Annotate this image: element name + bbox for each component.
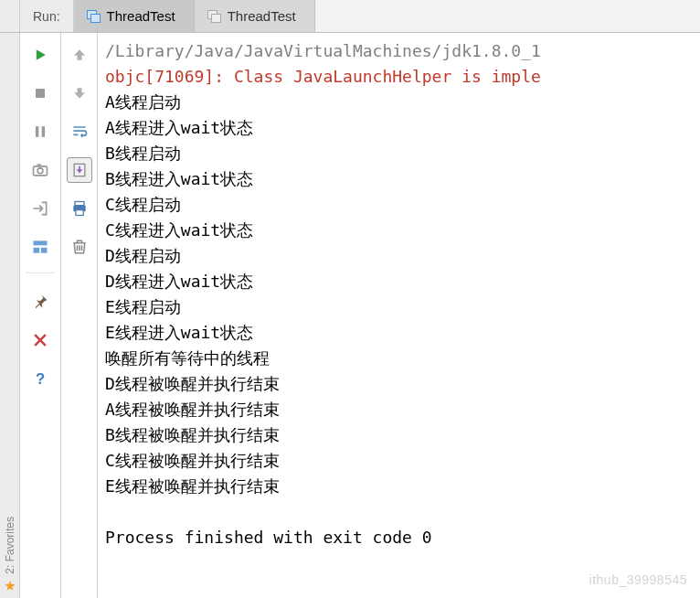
console-output[interactable]: /Library/Java/JavaVirtualMachines/jdk1.8…: [98, 33, 700, 598]
pin-button[interactable]: [27, 289, 53, 315]
console-line: D线程被唤醒并执行结束: [105, 371, 700, 397]
svg-rect-6: [34, 240, 48, 245]
svg-point-4: [37, 168, 43, 174]
console-line: E线程被唤醒并执行结束: [105, 474, 700, 499]
up-stack-button[interactable]: [67, 42, 92, 68]
main-area: 2: Favorites ?: [0, 33, 700, 598]
toolbar-separator: [27, 272, 55, 276]
left-edge-strip: [0, 0, 20, 32]
console-line: C线程启动: [105, 192, 700, 218]
run-toolbar-secondary: [61, 33, 98, 598]
print-button[interactable]: [67, 196, 92, 221]
layout-button[interactable]: [27, 234, 53, 260]
clear-all-button[interactable]: [67, 234, 92, 260]
console-line: [105, 499, 700, 525]
svg-text:?: ?: [36, 370, 45, 388]
console-line: D线程进入wait状态: [105, 269, 700, 294]
console-line: E线程启动: [105, 294, 700, 320]
run-toolbar-primary: ?: [20, 33, 61, 598]
tab-threadtest-inactive[interactable]: ThreadTest: [195, 0, 315, 32]
rerun-button[interactable]: [27, 42, 53, 68]
console-line: Process finished with exit code 0: [105, 525, 700, 550]
console-line: B线程被唤醒并执行结束: [105, 422, 700, 448]
run-config-icon: [207, 10, 220, 23]
left-edge-strip-2: 2: Favorites: [0, 33, 20, 598]
tab-label: ThreadTest: [228, 8, 296, 24]
console-line: E线程进入wait状态: [105, 320, 700, 346]
top-bar: Run: ThreadTest ThreadTest: [0, 0, 700, 33]
svg-rect-8: [41, 248, 48, 253]
watermark: ithub_39998545: [589, 572, 687, 587]
console-line: /Library/Java/JavaVirtualMachines/jdk1.8…: [105, 38, 700, 64]
svg-rect-11: [75, 202, 84, 206]
exit-button[interactable]: [27, 196, 53, 221]
svg-rect-0: [36, 89, 45, 98]
run-label: Run:: [20, 0, 74, 32]
dump-threads-button[interactable]: [27, 157, 53, 183]
stop-button[interactable]: [27, 80, 53, 106]
tab-threadtest-active[interactable]: ThreadTest: [74, 0, 195, 32]
console-line: 唤醒所有等待中的线程: [105, 346, 700, 371]
console-line: A线程进入wait状态: [105, 115, 700, 141]
svg-rect-1: [36, 126, 38, 137]
favorites-tool-window-stripe[interactable]: 2: Favorites: [0, 342, 20, 598]
tab-label: ThreadTest: [107, 8, 175, 24]
run-config-icon: [87, 10, 100, 23]
svg-rect-5: [37, 164, 41, 166]
favorites-label: 2: Favorites: [4, 517, 16, 574]
help-button[interactable]: ?: [27, 366, 53, 391]
scroll-to-end-button[interactable]: [67, 157, 92, 183]
console-line: B线程进入wait状态: [105, 166, 700, 192]
close-button[interactable]: [27, 327, 53, 353]
pause-button[interactable]: [27, 119, 53, 144]
console-line: D线程启动: [105, 243, 700, 269]
down-stack-button[interactable]: [67, 80, 92, 106]
console-line: B线程启动: [105, 141, 700, 166]
console-line: objc[71069]: Class JavaLaunchHelper is i…: [105, 64, 700, 90]
console-line: A线程启动: [105, 90, 700, 115]
console-line: C线程被唤醒并执行结束: [105, 448, 700, 474]
console-line: C线程进入wait状态: [105, 218, 700, 243]
star-icon: [4, 580, 16, 593]
svg-rect-2: [42, 126, 45, 137]
svg-rect-13: [75, 210, 82, 216]
soft-wrap-button[interactable]: [67, 119, 92, 144]
svg-rect-7: [34, 248, 40, 253]
console-line: A线程被唤醒并执行结束: [105, 397, 700, 422]
